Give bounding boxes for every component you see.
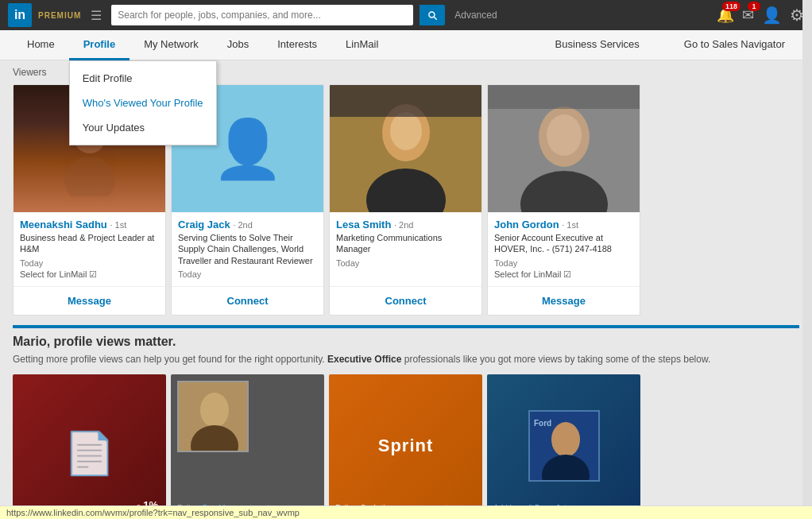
hamburger-icon[interactable]: ☰ (87, 8, 105, 23)
top-nav: in PREMIUM ☰ Advanced 🔔 118 ✉ 1 👤 ⚙ (0, 0, 812, 30)
card-degree-meenakshi: · 1st (110, 220, 126, 230)
blue-divider (13, 325, 799, 328)
status-bar: https://www.linkedin.com/wvmx/profile?tr… (0, 505, 812, 519)
nav-profile-container: Profile Edit Profile Who's Viewed Your P… (69, 30, 130, 60)
profile-card-john: John Gordon · 1st Senior Account Executi… (487, 84, 640, 316)
card-name-john[interactable]: John Gordon (494, 219, 559, 230)
nav-jobs[interactable]: Jobs (213, 30, 263, 60)
second-nav: Home Profile Edit Profile Who's Viewed Y… (0, 30, 812, 60)
card-name-craig[interactable]: Craig Jack (178, 219, 230, 230)
dropdown-edit-profile[interactable]: Edit Profile (70, 66, 216, 91)
svg-point-1 (64, 157, 115, 196)
views-desc-before: Getting more profile views can help you … (13, 354, 327, 365)
card-action-meenakshi[interactable]: Message (14, 286, 165, 315)
views-desc-after: professionals like you got more views by… (401, 354, 710, 365)
card-linmail-meenakshi: Select for LinMail ☑ (20, 269, 159, 280)
nav-sales-navigator[interactable]: Go to Sales Navigator (670, 30, 799, 60)
notification-badge: 118 (722, 2, 740, 11)
linkedin-logo: in (8, 3, 32, 27)
nav-home[interactable]: Home (13, 30, 69, 60)
card-degree-john: · 1st (562, 220, 578, 230)
svg-point-10 (547, 114, 582, 156)
card-degree-lesa: · 2nd (394, 220, 413, 230)
mail-badge: 1 (748, 2, 760, 11)
notifications-button[interactable]: 🔔 118 (717, 6, 734, 24)
sprint-logo: Sprint (378, 436, 434, 456)
svg-point-5 (390, 112, 422, 150)
profile-icon-button[interactable]: 👤 (762, 6, 782, 25)
card-title-lesa: Marketing Communications Manager (336, 232, 475, 255)
card-body-meenakshi: Meenakshi Sadhu · 1st Business head & Pr… (14, 212, 165, 286)
card-body-lesa: Lesa Smith · 2nd Marketing Communication… (330, 212, 481, 286)
document-icon: 📄 (64, 429, 115, 478)
card-time-meenakshi: Today (20, 258, 159, 268)
card-action-craig[interactable]: Connect (172, 286, 323, 315)
card-name-lesa[interactable]: Lesa Smith (336, 219, 391, 230)
nav-my-network[interactable]: My Network (130, 30, 213, 60)
card-title-meenakshi: Business head & Project Leader at H&M (20, 232, 159, 255)
card-time-craig: Today (178, 269, 317, 279)
promo-person-photo-lowell: Ford (528, 410, 600, 482)
views-desc: Getting more profile views can help you … (13, 352, 799, 366)
dropdown-whos-viewed[interactable]: Who's Viewed Your Profile (70, 91, 216, 115)
search-button[interactable] (420, 5, 445, 25)
scrollbar[interactable] (802, 0, 812, 519)
svg-point-16 (551, 422, 580, 457)
card-action-john[interactable]: Message (488, 286, 640, 315)
advanced-link[interactable]: Advanced (454, 10, 497, 21)
premium-badge: PREMIUM (38, 11, 81, 20)
search-input[interactable] (111, 5, 413, 25)
promo-cards: 📄 - 1% Follow Ben Mangan to get Sprint (13, 374, 799, 517)
card-photo-john (488, 85, 640, 212)
nav-interests[interactable]: Interests (263, 30, 331, 60)
svg-point-13 (200, 393, 229, 428)
promo-person-photo-ben (177, 381, 249, 452)
card-linmail-john: Select for LinMail ☑ (494, 269, 633, 280)
card-photo-lesa (330, 85, 481, 212)
promo-card-sprint[interactable]: Sprint Follow Sprint's company page to (329, 374, 482, 517)
user-icon: 👤 (762, 6, 782, 24)
card-action-lesa[interactable]: Connect (330, 286, 481, 315)
profile-dropdown: Edit Profile Who's Viewed Your Profile Y… (69, 60, 217, 145)
promo-card-lowell[interactable]: Ford Add Lowell Perry Jr to grow your (487, 374, 640, 517)
mail-button[interactable]: ✉ 1 (742, 6, 754, 24)
card-name-meenakshi[interactable]: Meenakshi Sadhu (20, 219, 107, 230)
nav-linmail[interactable]: LinMail (331, 30, 392, 60)
person-silhouette-icon: 👤 (212, 115, 284, 183)
card-title-john: Senior Account Executive at HOVER, Inc. … (494, 232, 633, 255)
svg-rect-11 (488, 85, 640, 109)
nav-right: Business Services Go to Sales Navigator (541, 30, 799, 60)
profile-card-lesa: Lesa Smith · 2nd Marketing Communication… (329, 84, 482, 316)
top-nav-right: 🔔 118 ✉ 1 👤 ⚙ (717, 6, 804, 25)
nav-business-services[interactable]: Business Services (541, 30, 654, 60)
card-time-lesa: Today (336, 258, 475, 268)
card-time-john: Today (494, 258, 633, 268)
card-title-craig: Serving Clients to Solve Their Supply Ch… (178, 232, 317, 266)
views-section: Mario, profile views matter. Getting mor… (13, 335, 799, 517)
promo-card-document[interactable]: 📄 - 1% (13, 374, 166, 517)
nav-profile[interactable]: Profile (69, 30, 130, 60)
card-degree-craig: · 2nd (233, 220, 252, 230)
promo-card-ben[interactable]: Follow Ben Mangan to get (171, 374, 324, 517)
views-desc-bold: Executive Office (327, 354, 401, 365)
views-title: Mario, profile views matter. (13, 335, 799, 349)
card-body-john: John Gordon · 1st Senior Account Executi… (488, 212, 640, 286)
svg-rect-6 (330, 85, 482, 117)
dropdown-your-updates[interactable]: Your Updates (70, 115, 216, 140)
card-body-craig: Craig Jack · 2nd Serving Clients to Solv… (172, 212, 323, 286)
status-url: https://www.linkedin.com/wvmx/profile?tr… (6, 508, 300, 517)
svg-text:Ford: Ford (534, 419, 551, 428)
